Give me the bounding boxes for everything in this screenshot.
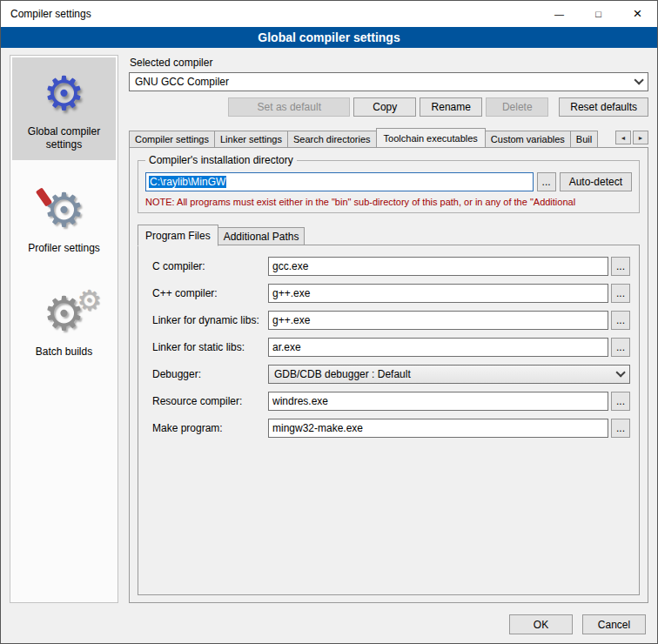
linker-static-browse-button[interactable]: ...: [611, 338, 630, 357]
compiler-settings-window: Compiler settings — □ × Global compiler …: [0, 0, 658, 644]
linker-dynamic-input[interactable]: [268, 311, 608, 330]
tab-scroll-left-button[interactable]: ◄: [615, 131, 631, 144]
cancel-button[interactable]: Cancel: [582, 614, 646, 634]
chevron-down-icon: [634, 75, 643, 84]
debugger-label: Debugger:: [152, 368, 268, 380]
tab-toolchain-executables[interactable]: Toolchain executables: [376, 128, 486, 147]
auto-detect-button[interactable]: Auto-detect: [560, 172, 632, 191]
compiler-buttons-row: Set as default Copy Rename Delete Reset …: [129, 97, 648, 117]
maximize-button[interactable]: □: [579, 1, 618, 27]
make-program-browse-button[interactable]: ...: [611, 419, 630, 438]
sidebar-item-batch-builds[interactable]: ⚙ ⚙ Batch builds: [12, 278, 116, 367]
tab-build-options[interactable]: Buil: [570, 131, 598, 147]
debugger-select-value: GDB/CDB debugger : Default: [274, 368, 615, 380]
close-button[interactable]: ×: [618, 1, 657, 27]
cpp-compiler-input[interactable]: [268, 284, 608, 303]
main-panel: Selected compiler GNU GCC Compiler Set a…: [129, 55, 648, 603]
bin-subdirectory-note: NOTE: All programs must exist either in …: [145, 197, 632, 207]
settings-tabstrip: Compiler settings Linker settings Search…: [129, 128, 648, 147]
linker-static-input[interactable]: [268, 338, 608, 357]
tab-custom-variables[interactable]: Custom variables: [485, 131, 571, 147]
close-icon: ×: [634, 5, 642, 23]
page-title: Global compiler settings: [1, 27, 657, 48]
chevron-down-icon: [615, 367, 625, 377]
dialog-footer: OK Cancel: [1, 608, 657, 643]
profiler-gear-icon: ⚙: [14, 181, 114, 238]
sidebar-item-label: Profiler settings: [28, 242, 100, 255]
installation-directory-input[interactable]: C:\raylib\MinGW: [145, 172, 534, 191]
form-row-linker-static: Linker for static libs: ...: [152, 338, 630, 357]
tab-scroll-arrows: ◄ ►: [615, 131, 648, 144]
rename-button[interactable]: Rename: [420, 97, 482, 117]
reset-defaults-button[interactable]: Reset defaults: [559, 97, 648, 117]
blue-gear-icon: ⚙: [14, 64, 114, 122]
form-row-make-program: Make program: ...: [152, 419, 630, 438]
groupbox-legend: Compiler's installation directory: [145, 154, 297, 166]
resource-compiler-input[interactable]: [268, 392, 608, 411]
form-row-debugger: Debugger: GDB/CDB debugger : Default: [152, 365, 630, 384]
form-row-cpp-compiler: C++ compiler: ...: [152, 284, 630, 303]
subtab-program-files[interactable]: Program Files: [138, 225, 218, 246]
window-title: Compiler settings: [1, 8, 91, 20]
delete-button[interactable]: Delete: [486, 97, 548, 117]
copy-button[interactable]: Copy: [353, 97, 416, 117]
c-compiler-input[interactable]: [268, 257, 608, 276]
sidebar-item-profiler-settings[interactable]: ⚙ Profiler settings: [12, 174, 116, 264]
minimize-button[interactable]: —: [540, 1, 579, 27]
titlebar: Compiler settings — □ ×: [1, 1, 657, 27]
toolchain-executables-panel: Compiler's installation directory C:\ray…: [129, 147, 648, 603]
installation-directory-browse-button[interactable]: ...: [537, 172, 556, 191]
linker-dynamic-label: Linker for dynamic libs:: [152, 314, 268, 326]
gray-gears-icon: ⚙ ⚙: [14, 285, 114, 342]
program-files-tabstrip: Program Files Additional Paths: [138, 225, 640, 245]
dialog-body: ⚙ Global compiler settings ⚙ Profiler se…: [1, 48, 657, 608]
subtab-additional-paths[interactable]: Additional Paths: [218, 227, 306, 245]
sidebar-item-label: Batch builds: [36, 345, 92, 359]
program-files-panel: C compiler: ... C++ compiler: ... Linker…: [138, 245, 640, 595]
debugger-select[interactable]: GDB/CDB debugger : Default: [268, 365, 630, 384]
form-row-c-compiler: C compiler: ...: [152, 257, 630, 276]
make-program-input[interactable]: [268, 419, 608, 438]
window-controls: — □ ×: [540, 1, 657, 27]
form-row-linker-dynamic: Linker for dynamic libs: ...: [152, 311, 630, 330]
tab-linker-settings[interactable]: Linker settings: [214, 131, 288, 147]
compiler-select-value: GNU GCC Compiler: [135, 76, 634, 88]
resource-compiler-label: Resource compiler:: [152, 395, 268, 407]
minimize-icon: —: [554, 9, 564, 19]
tab-scroll-right-button[interactable]: ►: [633, 131, 648, 144]
maximize-icon: □: [595, 9, 601, 19]
compiler-select[interactable]: GNU GCC Compiler: [129, 72, 648, 91]
tab-compiler-settings[interactable]: Compiler settings: [129, 131, 215, 147]
set-as-default-button[interactable]: Set as default: [228, 97, 350, 117]
tabs-clip: Compiler settings Linker settings Search…: [129, 128, 612, 147]
ok-button[interactable]: OK: [509, 614, 573, 634]
c-compiler-label: C compiler:: [152, 260, 268, 272]
cpp-compiler-label: C++ compiler:: [152, 287, 268, 299]
make-program-label: Make program:: [152, 422, 268, 434]
form-row-resource-compiler: Resource compiler: ...: [152, 392, 630, 411]
sidebar-item-label: Global compiler settings: [14, 125, 114, 151]
installation-directory-value: C:\raylib\MinGW: [149, 176, 226, 188]
resource-compiler-browse-button[interactable]: ...: [611, 392, 630, 411]
linker-static-label: Linker for static libs:: [152, 341, 268, 353]
linker-dynamic-browse-button[interactable]: ...: [611, 311, 630, 330]
c-compiler-browse-button[interactable]: ...: [611, 257, 630, 276]
cpp-compiler-browse-button[interactable]: ...: [611, 284, 630, 303]
installation-directory-groupbox: Compiler's installation directory C:\ray…: [138, 160, 640, 213]
settings-sidebar: ⚙ Global compiler settings ⚙ Profiler se…: [10, 55, 118, 603]
installation-directory-row: C:\raylib\MinGW ... Auto-detect: [145, 172, 632, 191]
sidebar-item-global-compiler-settings[interactable]: ⚙ Global compiler settings: [12, 57, 116, 160]
tab-search-directories[interactable]: Search directories: [287, 131, 377, 147]
selected-compiler-label: Selected compiler: [130, 57, 648, 69]
